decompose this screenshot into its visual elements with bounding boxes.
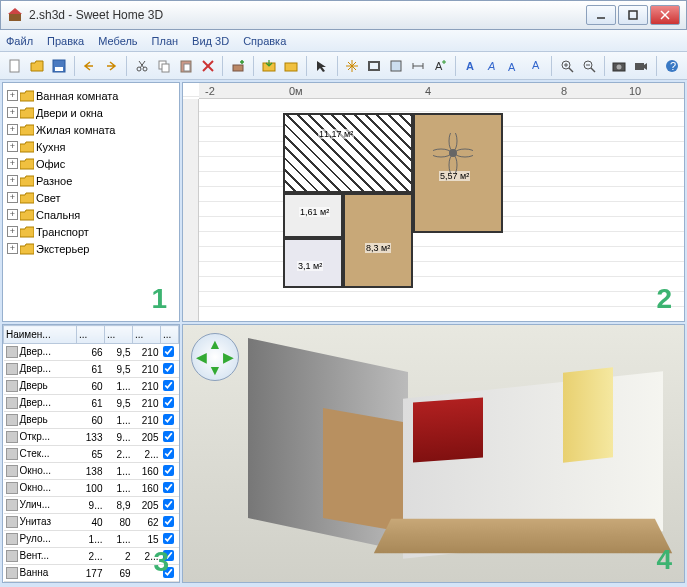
table-row[interactable]: Двер...669,5210 xyxy=(4,344,179,361)
folder-icon xyxy=(20,90,34,102)
furniture-table[interactable]: Наимен... ... ... ... ... Двер...669,521… xyxy=(3,325,179,583)
nav-up-icon[interactable]: ▲ xyxy=(208,336,222,352)
folder-icon xyxy=(20,158,34,170)
expand-icon[interactable]: + xyxy=(7,175,18,186)
table-row[interactable]: Унитаз408062 xyxy=(4,514,179,531)
catalog-tree[interactable]: +Ванная комната +Двери и окна +Жилая ком… xyxy=(3,83,179,261)
visible-checkbox[interactable] xyxy=(163,533,174,544)
table-row[interactable]: Дверь601...210 xyxy=(4,412,179,429)
menu-help[interactable]: Справка xyxy=(243,35,286,47)
folder-icon xyxy=(20,209,34,221)
expand-icon[interactable]: + xyxy=(7,243,18,254)
expand-icon[interactable]: + xyxy=(7,209,18,220)
furniture-icon xyxy=(6,397,18,409)
table-row[interactable]: Ванна17769 xyxy=(4,565,179,582)
table-row[interactable]: Стек...652...2... xyxy=(4,446,179,463)
table-row[interactable]: Улич...9...8,9205 xyxy=(4,497,179,514)
open-button[interactable] xyxy=(28,56,46,76)
add-furniture-button[interactable] xyxy=(229,56,247,76)
col-width[interactable]: ... xyxy=(77,326,105,344)
visible-checkbox[interactable] xyxy=(163,448,174,459)
save-button[interactable] xyxy=(50,56,68,76)
plan-pane[interactable]: -2 0м 4 8 10 11,17 м² 1,61 м² 3,1 м² 8,3… xyxy=(182,82,685,322)
svg-point-54 xyxy=(433,149,451,157)
zoom-in-button[interactable] xyxy=(558,56,576,76)
decrease-text-button[interactable]: A xyxy=(527,56,545,76)
table-row[interactable]: Откр...1339...205 xyxy=(4,429,179,446)
import-button[interactable] xyxy=(260,56,278,76)
tree-item: +Спальня xyxy=(7,206,175,223)
expand-icon[interactable]: + xyxy=(7,141,18,152)
create-text-button[interactable]: A xyxy=(431,56,449,76)
table-row[interactable]: Двер...619,5210 xyxy=(4,361,179,378)
create-video-button[interactable] xyxy=(632,56,650,76)
expand-icon[interactable]: + xyxy=(7,226,18,237)
col-name[interactable]: Наимен... xyxy=(4,326,77,344)
redo-button[interactable] xyxy=(102,56,120,76)
table-row[interactable]: Руло...1...1...15 xyxy=(4,531,179,548)
visible-checkbox[interactable] xyxy=(163,380,174,391)
visible-checkbox[interactable] xyxy=(163,499,174,510)
visible-checkbox[interactable] xyxy=(163,363,174,374)
nav-compass[interactable]: ▲ ▼ ◀ ▶ xyxy=(191,333,239,381)
col-height[interactable]: ... xyxy=(133,326,161,344)
select-button[interactable] xyxy=(313,56,331,76)
italic-button[interactable]: A xyxy=(483,56,501,76)
expand-icon[interactable]: + xyxy=(7,90,18,101)
menu-file[interactable]: Файл xyxy=(6,35,33,47)
svg-rect-16 xyxy=(184,64,190,71)
nav-down-icon[interactable]: ▼ xyxy=(208,362,222,378)
cut-button[interactable] xyxy=(133,56,151,76)
zoom-out-button[interactable] xyxy=(580,56,598,76)
menu-3dview[interactable]: Вид 3D xyxy=(192,35,229,47)
visible-checkbox[interactable] xyxy=(163,516,174,527)
3d-view-pane[interactable]: ▲ ▼ ◀ ▶ 4 xyxy=(182,324,685,583)
paste-button[interactable] xyxy=(177,56,195,76)
import-group-button[interactable] xyxy=(282,56,300,76)
create-walls-button[interactable] xyxy=(365,56,383,76)
ruler-vertical xyxy=(183,99,199,321)
menu-edit[interactable]: Правка xyxy=(47,35,84,47)
create-rooms-button[interactable] xyxy=(387,56,405,76)
table-row[interactable]: Окно...1001...160 xyxy=(4,480,179,497)
tree-item: +Экстерьер xyxy=(7,240,175,257)
nav-left-icon[interactable]: ◀ xyxy=(196,349,207,365)
create-dimensions-button[interactable] xyxy=(409,56,427,76)
floorplan[interactable]: 11,17 м² 1,61 м² 3,1 м² 8,3 м² 5,57 м² xyxy=(283,113,503,293)
delete-button[interactable] xyxy=(199,56,217,76)
increase-text-button[interactable]: A xyxy=(505,56,523,76)
bold-button[interactable]: A xyxy=(462,56,480,76)
minimize-button[interactable] xyxy=(586,5,616,25)
nav-right-icon[interactable]: ▶ xyxy=(223,349,234,365)
expand-icon[interactable]: + xyxy=(7,107,18,118)
table-row[interactable]: Вент...2...22... xyxy=(4,548,179,565)
furniture-icon xyxy=(6,346,18,358)
visible-checkbox[interactable] xyxy=(163,397,174,408)
expand-icon[interactable]: + xyxy=(7,124,18,135)
visible-checkbox[interactable] xyxy=(163,431,174,442)
tree-item: +Офис xyxy=(7,155,175,172)
close-button[interactable] xyxy=(650,5,680,25)
col-depth[interactable]: ... xyxy=(105,326,133,344)
create-photo-button[interactable] xyxy=(611,56,629,76)
visible-checkbox[interactable] xyxy=(163,414,174,425)
expand-icon[interactable]: + xyxy=(7,192,18,203)
copy-button[interactable] xyxy=(155,56,173,76)
new-button[interactable] xyxy=(6,56,24,76)
menu-plan[interactable]: План xyxy=(152,35,179,47)
visible-checkbox[interactable] xyxy=(163,346,174,357)
help-button[interactable]: ? xyxy=(663,56,681,76)
table-row[interactable]: Стир...6044 xyxy=(4,582,179,584)
col-visible[interactable]: ... xyxy=(161,326,179,344)
expand-icon[interactable]: + xyxy=(7,158,18,169)
visible-checkbox[interactable] xyxy=(163,465,174,476)
catalog-pane: +Ванная комната +Двери и окна +Жилая ком… xyxy=(2,82,180,322)
table-row[interactable]: Окно...1381...160 xyxy=(4,463,179,480)
table-row[interactable]: Двер...619,5210 xyxy=(4,395,179,412)
menu-furniture[interactable]: Мебель xyxy=(98,35,137,47)
maximize-button[interactable] xyxy=(618,5,648,25)
table-row[interactable]: Дверь601...210 xyxy=(4,378,179,395)
pan-button[interactable] xyxy=(343,56,361,76)
visible-checkbox[interactable] xyxy=(163,482,174,493)
undo-button[interactable] xyxy=(80,56,98,76)
